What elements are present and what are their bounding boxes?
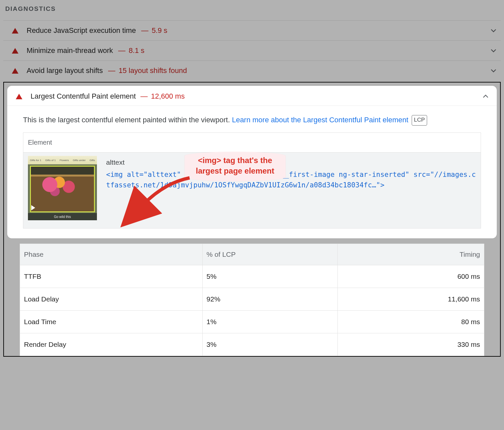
warning-triangle-icon [16,94,22,99]
table-row: Load Delay 92% 11,600 ms [20,288,484,311]
audit-row[interactable]: Minimize main-thread work — 8.1 s [3,40,501,60]
phase-col-header: Phase [20,244,203,265]
pct-cell: 5% [202,265,338,288]
play-icon [31,205,35,210]
audit-title: Minimize main-thread work [27,46,113,55]
warning-triangle-icon [12,28,18,34]
table-row: Render Delay 3% 330 ms [20,333,484,356]
learn-more-link[interactable]: Learn more about the Largest Contentful … [232,116,408,124]
audit-metric: 15 layout shifts found [119,66,187,75]
phase-cell: Render Delay [20,333,203,356]
audit-metric: 5.9 s [152,26,168,35]
description-text: This is the largest contentful element p… [23,116,232,124]
chevron-down-icon [489,26,498,35]
section-title: DIAGNOSTICS [3,0,501,20]
pct-col-header: % of LCP [202,244,338,265]
element-table: Element Gifts for 1Gifts of 1FlowersGift… [23,132,481,228]
dash: — [108,66,115,75]
pct-cell: 92% [202,288,338,311]
element-code-snippet: <img alt="alttext" class="video-wrapper-… [106,169,476,191]
audit-row[interactable]: Avoid large layout shifts — 15 layout sh… [3,60,501,81]
warning-triangle-icon [12,68,18,74]
lcp-audit-card: Largest Contentful Paint element — 12,60… [7,86,497,238]
timing-cell: 330 ms [338,333,484,356]
audit-title: Largest Contentful Paint element [31,92,136,101]
audit-description: This is the largest contentful element p… [23,114,481,126]
pct-cell: 3% [202,333,338,356]
phase-table: Phase % of LCP Timing TTFB 5% 600 ms Loa… [20,244,484,356]
pct-cell: 1% [202,311,338,333]
timing-col-header: Timing [338,244,484,265]
dash: — [118,46,126,55]
table-row: TTFB 5% 600 ms [20,265,484,288]
audit-row[interactable]: Reduce JavaScript execution time — 5.9 s [3,20,501,40]
lcp-audit-header[interactable]: Largest Contentful Paint element — 12,60… [7,86,497,106]
phase-table-wrap: Phase % of LCP Timing TTFB 5% 600 ms Loa… [4,238,500,356]
audit-metric: 12,600 ms [151,92,185,101]
chevron-down-icon [489,66,498,75]
audit-metric: 8.1 s [129,46,145,55]
chevron-up-icon [481,92,490,101]
audit-title: Reduce JavaScript execution time [27,26,136,35]
timing-cell: 80 ms [338,311,484,333]
spotlight-region: Largest Contentful Paint element — 12,60… [3,82,501,357]
table-row: Load Time 1% 80 ms [20,311,484,333]
element-thumbnail: Gifts for 1Gifts of 1FlowersGifts underG… [28,156,97,220]
timing-cell: 600 ms [338,265,484,288]
dash: — [141,26,149,35]
timing-cell: 11,600 ms [338,288,484,311]
warning-triangle-icon [12,48,18,54]
dash: — [140,92,148,101]
element-table-row: Gifts for 1Gifts of 1FlowersGifts underG… [23,153,481,228]
phase-cell: Load Delay [20,288,203,311]
phase-cell: TTFB [20,265,203,288]
phase-cell: Load Time [20,311,203,333]
audit-title: Avoid large layout shifts [27,66,103,75]
element-table-header: Element [23,133,481,153]
chevron-down-icon [489,46,498,55]
element-alt-text: alttext [106,157,476,168]
lcp-badge: LCP [412,115,427,126]
